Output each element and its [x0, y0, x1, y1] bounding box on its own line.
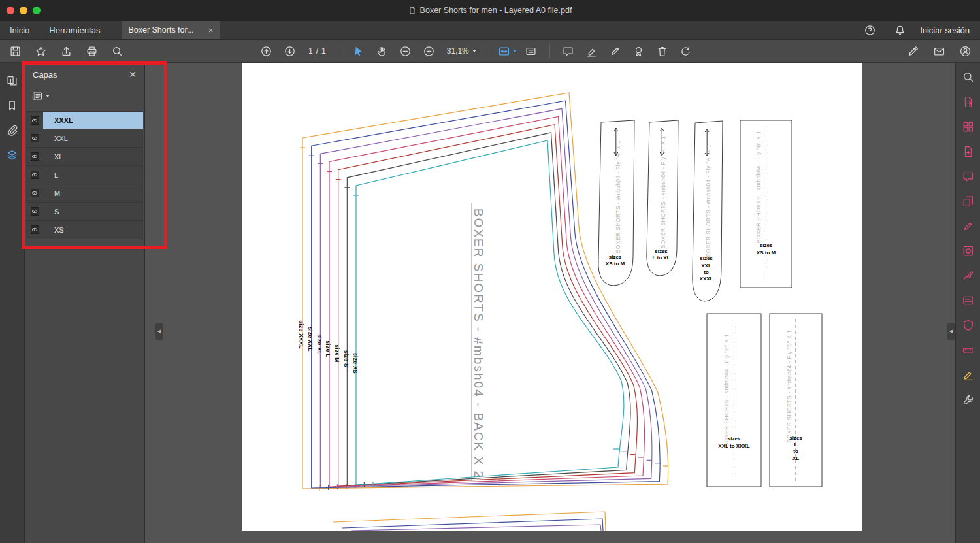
page-indicator[interactable]: 1 / 1 [303, 46, 331, 56]
layer-row-M[interactable]: M [26, 184, 143, 203]
eye-icon [31, 225, 39, 234]
piece-sizes-label: sizesXS to M [606, 254, 625, 267]
zoom-window-button[interactable] [33, 7, 41, 14]
zoom-in-icon [423, 46, 434, 57]
tool-prepare-form-button[interactable] [956, 288, 980, 313]
bookmarks-button[interactable] [3, 97, 22, 114]
profile-button[interactable] [955, 42, 975, 60]
help-button[interactable] [860, 21, 879, 39]
certificates-button[interactable] [629, 42, 649, 60]
sign-button[interactable] [606, 42, 625, 60]
main-toolbar: 1 / 1 31,1% [0, 40, 980, 63]
eye-icon [31, 207, 39, 216]
tool-comment-button[interactable] [956, 164, 980, 189]
sign-in-button[interactable]: Iniciar sesión [920, 25, 970, 35]
share-button[interactable] [56, 42, 76, 60]
find-button[interactable] [107, 42, 127, 60]
close-window-button[interactable] [7, 7, 14, 14]
layers-icon [7, 150, 18, 161]
layer-visibility-toggle[interactable] [26, 112, 43, 129]
layer-visibility-toggle[interactable] [26, 184, 43, 202]
chevron-down-icon [472, 50, 476, 52]
layer-visibility-toggle[interactable] [26, 148, 43, 165]
page-current: 1 [308, 46, 313, 56]
select-tool-button[interactable] [349, 42, 368, 60]
search-icon [112, 46, 123, 57]
fit-width-button[interactable] [498, 42, 517, 60]
page-display-button[interactable] [521, 42, 541, 60]
tool-enhance-scans-button[interactable] [956, 239, 980, 263]
minimize-window-button[interactable] [20, 7, 27, 14]
save-icon [10, 46, 21, 57]
layer-name: XS [43, 221, 143, 239]
tool-fill-sign-button[interactable] [956, 263, 980, 288]
layer-row-L[interactable]: L [26, 166, 143, 184]
attachments-button[interactable] [3, 122, 22, 139]
layers-button[interactable] [3, 146, 22, 163]
previous-page-button[interactable] [256, 42, 276, 60]
highlight-button[interactable] [582, 42, 602, 60]
save-button[interactable] [5, 42, 25, 60]
tool-export-pdf-button[interactable] [956, 90, 980, 114]
tool-protect-button[interactable] [956, 313, 980, 338]
panel-options-icon [32, 91, 42, 101]
layer-visibility-toggle[interactable] [26, 221, 43, 239]
zoom-out-button[interactable] [396, 42, 416, 60]
star-icon [35, 46, 46, 57]
search-icon [962, 71, 974, 83]
layer-row-XXL[interactable]: XXL [26, 129, 143, 148]
tool-organize-pages-button[interactable] [956, 114, 980, 139]
next-page-button[interactable] [280, 42, 299, 60]
zoom-out-icon [400, 46, 411, 57]
window-title: Boxer Shorts for men - Layered A0 file.p… [420, 6, 572, 15]
hand-tool-button[interactable] [372, 42, 392, 60]
sign-pen-icon [610, 46, 621, 57]
paperclip-icon [7, 125, 18, 136]
acrobat-window: Boxer Shorts for men - Layered A0 file.p… [0, 0, 980, 543]
tool-edit-pdf-button[interactable] [956, 214, 980, 239]
comment-icon [962, 171, 974, 182]
page-thumbnails-button[interactable] [3, 72, 22, 89]
close-panel-button[interactable]: ✕ [129, 69, 137, 80]
page-separator: / [316, 46, 318, 56]
rotate-page-button[interactable] [676, 42, 696, 60]
tool-more-tools-button[interactable] [956, 387, 980, 412]
layer-row-XL[interactable]: XL [26, 148, 143, 166]
tab-inicio[interactable]: Inicio [0, 21, 39, 39]
chevron-down-icon [513, 50, 517, 52]
tool-measure-button[interactable] [956, 338, 980, 363]
tool-combine-files-button[interactable] [956, 189, 980, 214]
favorites-button[interactable] [31, 42, 50, 60]
tool-create-pdf-button[interactable] [956, 139, 980, 164]
layer-row-XXXL[interactable]: XXXL [26, 111, 143, 129]
layer-visibility-toggle[interactable] [26, 129, 43, 147]
layer-visibility-toggle[interactable] [26, 203, 43, 220]
zoom-level-dropdown[interactable]: 31,1% [443, 46, 480, 56]
layer-row-S[interactable]: S [26, 203, 143, 221]
tab-herramientas[interactable]: Herramientas [39, 21, 110, 39]
export-pdf-icon [962, 96, 974, 108]
email-button[interactable] [929, 42, 949, 60]
layer-name: L [43, 166, 143, 184]
document-area[interactable]: BOXER SHORTS - #mbsh04 - BACK X 2 size X… [145, 63, 955, 543]
tool-search-button[interactable] [956, 65, 980, 90]
print-button[interactable] [82, 42, 101, 60]
layer-options-button[interactable] [31, 87, 50, 105]
document-tab[interactable]: Boxer Shorts for... × [122, 21, 220, 39]
layers-panel: Capas ✕ XXXLXXLXLLMSXS [25, 63, 145, 543]
add-comment-button[interactable] [559, 42, 578, 60]
zoom-in-button[interactable] [419, 42, 439, 60]
tool-request-sign-button[interactable] [956, 363, 980, 387]
layer-visibility-toggle[interactable] [26, 166, 43, 184]
zoom-level: 31,1% [447, 46, 469, 56]
highlight-icon [586, 46, 597, 57]
delete-button[interactable] [653, 42, 672, 60]
close-tab-icon[interactable]: × [203, 25, 214, 35]
notifications-button[interactable] [890, 21, 909, 39]
expand-right-panel-handle[interactable]: ◀ [947, 323, 955, 340]
send-for-signature-button[interactable] [903, 42, 923, 60]
collapse-left-panel-handle[interactable]: ◀ [155, 323, 163, 340]
traffic-lights [7, 7, 41, 14]
bookmark-icon [7, 100, 18, 111]
layer-row-XS[interactable]: XS [26, 221, 143, 239]
